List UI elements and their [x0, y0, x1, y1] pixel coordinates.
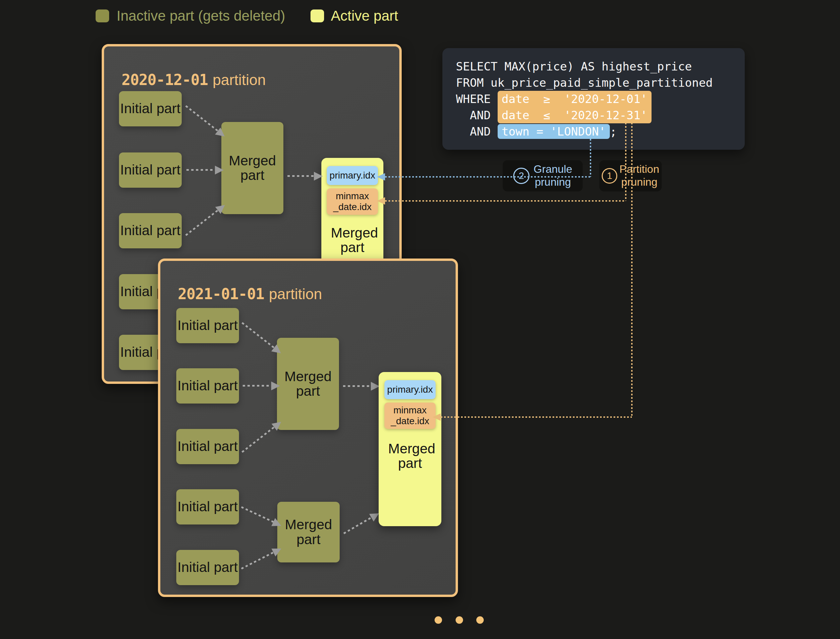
- partition-pruning-arrowhead-1: [377, 197, 385, 205]
- initial-part: Initial part: [119, 213, 182, 248]
- initial-part: Initial part: [176, 489, 239, 525]
- granule-pruning-connector-horizontal: [385, 176, 590, 178]
- initial-part: Initial part: [119, 91, 182, 126]
- legend-inactive-label: Inactive part (gets deleted): [116, 9, 285, 23]
- initial-part: Initial part: [176, 308, 239, 343]
- partition-pruning-number: 1: [602, 168, 617, 184]
- active-merged-part-2-label: Merged part: [379, 442, 442, 471]
- granule-pruning-label: 2 Granule pruning: [503, 160, 583, 191]
- partition-pruning-connector-horizontal-2: [441, 416, 632, 418]
- carousel-dot-3[interactable]: [476, 616, 484, 624]
- active-merged-part-1-label: Merged part: [321, 226, 383, 255]
- sql-line-select: SELECT MAX(price) AS highest_price: [456, 60, 692, 73]
- partition-1-word: partition: [212, 72, 266, 88]
- minmax-line1: minmax: [327, 191, 378, 202]
- legend-active-label: Active part: [331, 9, 398, 23]
- legend-active-swatch: [311, 10, 324, 22]
- primary-idx-badge: primary.idx: [384, 380, 435, 399]
- legend-inactive-swatch: [96, 10, 109, 22]
- partition-pruning-connector-horizontal-1: [385, 200, 626, 202]
- merge-arrow: [343, 385, 371, 387]
- granule-pruning-line1: Granule: [534, 163, 572, 176]
- sql-line-from: FROM uk_price_paid_simple_partitioned: [456, 76, 712, 89]
- partition-pruning-arrowhead-2: [432, 413, 441, 421]
- granule-pruning-arrowhead: [377, 173, 385, 181]
- merge-arrow: [243, 385, 272, 386]
- partition-2-date: 2021-01-01: [178, 285, 264, 302]
- granule-pruning-number: 2: [513, 168, 529, 184]
- initial-part: Initial part: [176, 550, 239, 585]
- minmax-date-idx-badge: minmax _date.idx: [327, 188, 378, 215]
- partition-2-word: partition: [269, 286, 322, 302]
- merge-arrow: [287, 175, 315, 177]
- partition-2021-01-01-title: 2021-01-01partition: [169, 268, 322, 302]
- merge-arrow: [186, 169, 215, 171]
- sql-highlight-date-gte: date ≥ '2020-12-01': [497, 91, 652, 107]
- initial-part: Initial part: [119, 153, 182, 188]
- sql-highlight-date-lte: date ≤ '2020-12-31': [497, 107, 652, 123]
- merged-part-inactive: Merged part: [277, 502, 340, 563]
- partition-2020-12-01-title: 2020-12-01partition: [113, 54, 266, 88]
- sql-kw-and1: AND: [456, 108, 497, 122]
- carousel-dot-2[interactable]: [456, 616, 463, 624]
- sql-kw-and2: AND: [456, 125, 497, 138]
- minmax-date-idx-badge: minmax _date.idx: [384, 402, 435, 429]
- initial-part: Initial part: [176, 429, 239, 464]
- active-merged-part-2: primary.idx minmax _date.idx Merged part: [379, 372, 442, 526]
- minmax-line2: _date.idx: [384, 416, 435, 426]
- partition-1-date: 2020-12-01: [121, 71, 208, 88]
- sql-kw-where: WHERE: [456, 92, 497, 106]
- sql-semicolon: ;: [610, 125, 617, 138]
- primary-idx-badge: primary.idx: [327, 166, 378, 185]
- active-merged-part-1: primary.idx minmax _date.idx Merged part: [321, 158, 383, 270]
- partition-pruning-connector-vertical-2: [631, 122, 633, 417]
- granule-pruning-line2: pruning: [534, 176, 572, 189]
- sql-highlight-town: town = 'LONDON': [497, 124, 610, 139]
- minmax-line1: minmax: [384, 405, 435, 416]
- initial-part: Initial part: [176, 368, 239, 404]
- partition-pruning-label: 1 Partition pruning: [599, 160, 662, 191]
- minmax-line2: _date.idx: [327, 202, 378, 213]
- merged-part-inactive: Merged part: [222, 122, 284, 214]
- partition-pruning-connector-vertical-1: [625, 122, 626, 201]
- sql-query-block: SELECT MAX(price) AS highest_price FROM …: [442, 48, 745, 150]
- carousel-dot-1[interactable]: [435, 616, 442, 624]
- merged-part-inactive: Merged part: [277, 338, 339, 430]
- granule-pruning-connector-vertical: [590, 139, 591, 177]
